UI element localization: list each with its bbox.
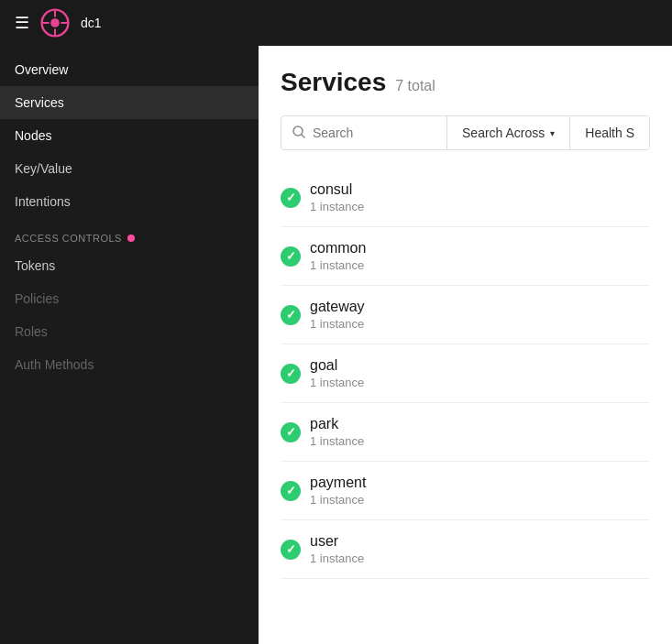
health-check-icon bbox=[281, 481, 301, 501]
service-row[interactable]: park1 instance bbox=[281, 403, 650, 462]
sidebar-item-intentions[interactable]: Intentions bbox=[0, 185, 259, 218]
filter-bar: Search Across ▾ Health S bbox=[281, 115, 650, 150]
service-instance-count: 1 instance bbox=[310, 200, 364, 213]
service-row[interactable]: consul1 instance bbox=[281, 169, 650, 227]
service-name: gateway bbox=[310, 299, 365, 315]
service-instance-count: 1 instance bbox=[310, 317, 365, 331]
health-status-button[interactable]: Health S bbox=[570, 116, 649, 149]
sidebar-item-services[interactable]: Services bbox=[0, 86, 259, 119]
health-check-icon bbox=[281, 246, 301, 267]
main-layout: Overview Services Nodes Key/Value Intent… bbox=[0, 46, 672, 644]
sidebar-item-auth-methods[interactable]: Auth Methods bbox=[0, 348, 259, 381]
service-instance-count: 1 instance bbox=[310, 376, 364, 389]
service-name: user bbox=[310, 533, 364, 550]
service-row[interactable]: common1 instance bbox=[281, 227, 650, 286]
service-row[interactable]: payment1 instance bbox=[281, 462, 650, 520]
service-list: consul1 instancecommon1 instancegateway1… bbox=[281, 169, 650, 579]
sidebar-item-policies[interactable]: Policies bbox=[0, 282, 259, 315]
health-check-icon bbox=[281, 364, 301, 384]
sidebar-item-nodes[interactable]: Nodes bbox=[0, 119, 259, 152]
page-title: Services bbox=[281, 68, 386, 97]
service-instance-count: 1 instance bbox=[310, 493, 366, 507]
service-name: payment bbox=[310, 475, 366, 491]
page-count: 7 total bbox=[395, 78, 435, 94]
service-instance-count: 1 instance bbox=[310, 434, 364, 448]
svg-line-7 bbox=[302, 135, 304, 137]
search-input[interactable] bbox=[313, 116, 435, 149]
sidebar-item-overview[interactable]: Overview bbox=[0, 53, 259, 86]
main-content: Services 7 total Search Across ▾ Health … bbox=[259, 46, 672, 644]
service-instance-count: 1 instance bbox=[310, 258, 366, 272]
sidebar-item-tokens[interactable]: Tokens bbox=[0, 249, 259, 282]
access-controls-indicator bbox=[127, 235, 135, 242]
search-icon bbox=[292, 126, 305, 141]
service-row[interactable]: user1 instance bbox=[281, 520, 650, 579]
sidebar-item-keyvalue[interactable]: Key/Value bbox=[0, 152, 259, 185]
datacenter-label[interactable]: dc1 bbox=[81, 16, 102, 30]
service-name: park bbox=[310, 416, 364, 432]
top-navigation: ☰ dc1 bbox=[0, 0, 672, 46]
service-name: common bbox=[310, 240, 366, 257]
service-row[interactable]: goal1 instance bbox=[281, 344, 650, 403]
search-across-button[interactable]: Search Across ▾ bbox=[447, 116, 570, 149]
sidebar-item-roles[interactable]: Roles bbox=[0, 315, 259, 348]
service-instance-count: 1 instance bbox=[310, 551, 364, 565]
service-name: consul bbox=[310, 181, 364, 198]
health-check-icon bbox=[281, 305, 301, 325]
service-row[interactable]: gateway1 instance bbox=[281, 286, 650, 344]
health-check-icon bbox=[281, 188, 301, 208]
access-controls-section: ACCESS CONTROLS bbox=[0, 218, 259, 249]
page-header: Services 7 total bbox=[281, 68, 650, 97]
search-section bbox=[281, 116, 447, 149]
hamburger-menu-icon[interactable]: ☰ bbox=[15, 13, 29, 33]
health-check-icon bbox=[281, 422, 301, 442]
sidebar: Overview Services Nodes Key/Value Intent… bbox=[0, 46, 259, 644]
consul-logo-icon bbox=[40, 8, 70, 38]
health-check-icon bbox=[281, 540, 301, 560]
svg-point-1 bbox=[50, 18, 60, 27]
chevron-down-icon: ▾ bbox=[550, 128, 555, 138]
service-name: goal bbox=[310, 357, 364, 374]
